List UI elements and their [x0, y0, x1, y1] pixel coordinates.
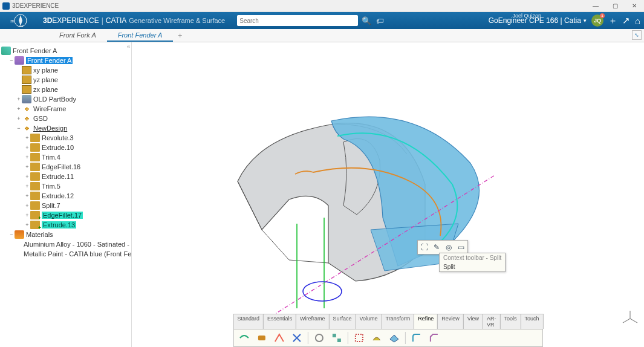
product-label: CATIA — [106, 16, 126, 25]
tab-essentials[interactable]: Essentials — [263, 314, 296, 329]
tree-item-materials[interactable]: Materials — [26, 231, 53, 238]
tab-tools[interactable]: Tools — [500, 314, 521, 329]
graphics-viewport[interactable]: ⛶ ✎ ◎ ▭ Context toolbar - Split Split St… — [132, 42, 644, 347]
tree-toggle[interactable]: + — [24, 154, 30, 160]
tree-toggle[interactable]: + — [24, 174, 30, 180]
join-icon[interactable] — [236, 331, 252, 345]
feature-icon — [30, 153, 40, 161]
window-title: 3DEXPERIENCE — [12, 2, 588, 9]
tree-toggle[interactable]: + — [16, 106, 22, 112]
plane-icon — [22, 66, 31, 74]
tag-icon[interactable]: 🏷 — [376, 16, 384, 25]
split-icon[interactable] — [271, 331, 287, 345]
tree-item[interactable]: Split.7 — [42, 202, 60, 209]
trim-icon[interactable] — [288, 331, 304, 345]
hide-icon[interactable]: ▭ — [455, 241, 467, 253]
tree-toggle[interactable]: − — [8, 57, 15, 63]
tree-collapse-icon[interactable]: « — [127, 44, 130, 50]
extract-icon[interactable] — [368, 331, 384, 345]
tree-toggle[interactable]: + — [24, 193, 30, 199]
feature-icon — [30, 134, 40, 142]
heal-icon[interactable] — [253, 331, 269, 345]
avatar-initials: JQ — [594, 18, 601, 24]
disassemble-icon[interactable] — [328, 331, 344, 345]
tab-surface[interactable]: Surface — [328, 314, 356, 329]
tree-item-selected[interactable]: EdgeFillet.17 — [42, 212, 83, 219]
tree-root[interactable]: Front Fender A — [13, 47, 57, 54]
tab-front-fork[interactable]: Front Fork A — [48, 30, 107, 42]
graph-icon[interactable]: ✎ — [431, 241, 443, 253]
tree-toggle[interactable]: − — [8, 232, 15, 238]
tab-standard[interactable]: Standard — [233, 314, 264, 329]
tab-transform[interactable]: Transform — [382, 314, 415, 329]
maximize-button[interactable]: ▢ — [608, 1, 622, 11]
tree-item[interactable]: Extrude.12 — [42, 192, 74, 199]
feature-icon — [30, 163, 40, 171]
tree-item[interactable]: Extrude.11 — [42, 173, 74, 180]
tab-add-button[interactable]: + — [173, 30, 187, 42]
search-input[interactable] — [239, 18, 356, 24]
tree-item[interactable]: Aluminium Alloy - 1060 - Satinated - M — [24, 241, 132, 248]
home-icon[interactable]: ⌂ — [635, 16, 640, 26]
tree-toggle[interactable]: + — [24, 183, 30, 189]
search-icon[interactable]: 🔍 — [362, 16, 371, 25]
tree-item[interactable]: Trim.5 — [42, 183, 60, 190]
tree-toggle[interactable]: − — [16, 125, 22, 131]
tree-item[interactable]: GSD — [33, 115, 48, 122]
tree-item[interactable]: zx plane — [33, 86, 58, 93]
action-bar-tabs: Standard Essentials Wireframe Surface Vo… — [233, 314, 542, 329]
tree-item[interactable]: Metallic Paint - CATIA blue (Front Fend — [24, 250, 132, 258]
chamfer-icon[interactable] — [426, 331, 441, 345]
user-label: Joel Quizon — [512, 13, 541, 19]
tab-front-fender[interactable]: Front Fender A — [107, 30, 174, 42]
brand-separator: | — [102, 16, 103, 25]
app-icon — [2, 2, 10, 10]
share-icon[interactable]: ↗ — [622, 15, 630, 26]
center-icon[interactable]: ◎ — [443, 241, 455, 253]
close-button[interactable]: ✕ — [627, 1, 642, 11]
tree-item[interactable]: xy plane — [33, 66, 58, 74]
collapse-panel-button[interactable]: ⤡ — [632, 30, 642, 40]
tab-arvr[interactable]: AR-VR — [483, 314, 501, 329]
tab-review[interactable]: Review — [437, 314, 464, 329]
tree-toggle[interactable]: + — [16, 115, 22, 122]
robot-icon[interactable]: ⛶ — [418, 241, 431, 253]
untrim-icon[interactable] — [311, 331, 327, 345]
avatar[interactable]: JQ 1 — [591, 15, 603, 27]
tree-toggle[interactable]: + — [24, 203, 30, 209]
tab-wireframe[interactable]: Wireframe — [296, 314, 330, 329]
tree-item[interactable]: Extrude.10 — [42, 144, 74, 151]
tree-toggle[interactable]: + — [16, 96, 22, 102]
context-menu-item[interactable]: Split — [440, 262, 505, 271]
search-input-wrap[interactable] — [237, 15, 358, 26]
tree-toggle[interactable]: + — [24, 212, 30, 218]
compass-icon[interactable]: 3D V.R — [4, 13, 37, 28]
minimize-button[interactable]: — — [588, 1, 603, 11]
tree-item[interactable]: Trim.4 — [42, 154, 60, 161]
multi-extract-icon[interactable] — [386, 331, 402, 345]
tree-item[interactable]: yz plane — [33, 76, 58, 83]
tree-item[interactable]: EdgeFillet.16 — [42, 163, 80, 170]
tree-toggle[interactable]: + — [24, 222, 30, 228]
tree-item-part[interactable]: Front Fender A — [26, 57, 73, 64]
add-icon[interactable]: ＋ — [608, 15, 617, 27]
tree-toggle[interactable]: + — [24, 144, 30, 151]
tree-item[interactable]: WireFrame — [33, 105, 66, 112]
part-icon — [15, 56, 24, 65]
action-bar: Standard Essentials Wireframe Surface Vo… — [233, 314, 542, 347]
view-triad-icon[interactable] — [621, 310, 639, 328]
tab-label: Front Fender A — [118, 31, 163, 39]
tree-item-newdesign[interactable]: NewDesign — [33, 125, 67, 132]
context-caret-icon[interactable]: ▾ — [584, 18, 587, 24]
boundary-icon[interactable] — [351, 331, 366, 345]
tree-toggle[interactable]: + — [24, 164, 30, 170]
tab-view[interactable]: View — [463, 314, 483, 329]
tab-volume[interactable]: Volume — [355, 314, 382, 329]
tab-touch[interactable]: Touch — [521, 314, 544, 329]
shape-fillet-icon[interactable] — [408, 331, 424, 345]
tab-refine[interactable]: Refine — [414, 314, 438, 329]
tree-item[interactable]: OLD PartBody — [33, 96, 76, 103]
tree-item[interactable]: Revolute.3 — [42, 134, 74, 141]
tree-toggle[interactable]: + — [24, 135, 30, 141]
tree-item-selected[interactable]: Extrude.13 — [42, 221, 76, 229]
